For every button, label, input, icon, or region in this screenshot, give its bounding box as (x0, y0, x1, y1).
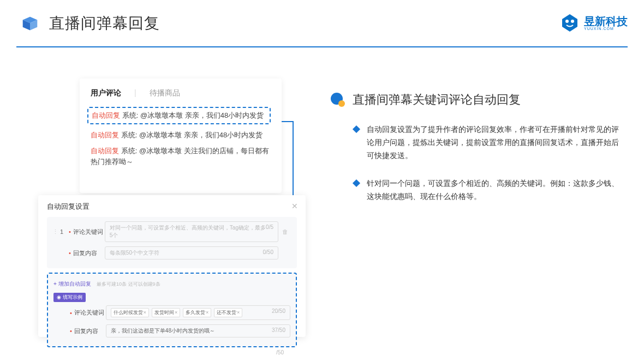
diamond-bullet-icon (353, 179, 360, 187)
system-prefix: 系统: (121, 147, 138, 155)
char-counter: 0/5 (266, 224, 273, 239)
outer-counter: /50 (47, 347, 297, 355)
required-dot: • (69, 228, 71, 235)
tag-chip[interactable]: 还不发货× (214, 308, 242, 317)
char-counter: 37/50 (272, 327, 285, 335)
example-block: + 增加自动回复 最多可建10条 还可以创建9条 ◉ 填写示例 • 评论关键词 … (47, 273, 297, 347)
chat-bubble-icon (330, 92, 346, 108)
required-dot: • (70, 328, 72, 334)
required-dot: • (70, 310, 72, 316)
content-label: 回复内容 (73, 249, 105, 257)
tag-chip[interactable]: 发货时间× (152, 308, 180, 317)
tab-user-comments[interactable]: 用户评论 (91, 88, 121, 98)
bullet-item: 自动回复设置为了提升作者的评论回复效率，作者可在开播前针对常见的评论用户问题，提… (330, 123, 619, 162)
diamond-bullet-icon (353, 125, 360, 133)
required-dot: • (69, 250, 71, 256)
header-divider (16, 46, 628, 47)
brand-subtitle: YUUXIN.COM (584, 27, 628, 31)
input-placeholder: 每条限50个中文字符 (110, 249, 159, 257)
content-input[interactable]: 每条限50个中文字符 0/50 (105, 246, 278, 260)
keyword-label: 评论关键词 (73, 228, 105, 236)
char-counter: 0/50 (263, 249, 273, 257)
tab-pending-products[interactable]: 待播商品 (150, 88, 180, 98)
content-row: • 回复内容 每条限50个中文字符 0/50 (52, 246, 291, 260)
example-badge: ◉ 填写示例 (53, 293, 86, 302)
tag-list: 什么时候发货× 发货时间× 多久发货× 还不发货× (111, 308, 243, 317)
bullet-text: 针对同一个问题，可设置多个相近的、高频的关键词。例如：这款多少钱、这块能优惠吗、… (367, 177, 619, 203)
comments-card: 用户评论 | 待播商品 自动回复 系统: @冰墩墩本墩 亲亲，我们48小时内发货… (80, 79, 282, 193)
char-counter: 20/50 (272, 308, 285, 317)
svg-point-0 (565, 20, 569, 23)
brand-logo: 昱新科技 YUUXIN.COM (560, 13, 628, 33)
example-keyword-row: • 评论关键词 什么时候发货× 发货时间× 多久发货× 还不发货× 20/50 (53, 305, 290, 320)
auto-reply-tag: 自动回复 (91, 131, 119, 139)
tag-chip[interactable]: 多久发货× (183, 308, 211, 317)
highlighted-comment: 自动回复 系统: @冰墩墩本墩 亲亲，我们48小时内发货 (87, 107, 271, 124)
comment-row: 自动回复 系统: @冰墩墩本墩 亲亲，我们48小时内发货 (91, 130, 271, 141)
drag-handle-icon[interactable]: ⋮⋮ (52, 228, 60, 236)
input-placeholder: 对同一个问题，可设置多个相近、高频的关键词，Tag确定，最多5个 (110, 224, 266, 239)
bullet-text: 自动回复设置为了提升作者的评论回复效率，作者可在开播前针对常见的评论用户问题，提… (367, 123, 619, 162)
keyword-label: 评论关键词 (74, 309, 106, 317)
form-block: ⋮⋮ 1 • 评论关键词 对同一个问题，可设置多个相近、高频的关键词，Tag确定… (47, 217, 297, 268)
bullet-item: 针对同一个问题，可设置多个相近的、高频的关键词。例如：这款多少钱、这块能优惠吗、… (330, 177, 619, 203)
page-title: 直播间弹幕回复 (49, 13, 160, 34)
example-keyword-input[interactable]: 什么时候发货× 发货时间× 多久发货× 还不发货× 20/50 (106, 305, 290, 320)
comment-text: @冰墩墩本墩 亲亲，我们48小时内发货 (139, 131, 263, 139)
content-label: 回复内容 (74, 327, 106, 335)
section-header: 直播间弹幕关键词评论自动回复 (330, 92, 619, 108)
comment-row: 自动回复 系统: @冰墩墩本墩 关注我们的店铺，每日都有热门推荐呦～ (91, 146, 271, 167)
comment-row: 自动回复 系统: @冰墩墩本墩 亲亲，我们48小时内发货 (92, 110, 266, 121)
brand-name: 昱新科技 (584, 16, 628, 27)
system-prefix: 系统: (122, 111, 139, 119)
close-icon[interactable]: ✕ (291, 202, 298, 210)
connector-line (282, 121, 293, 122)
input-value: 亲，我们这边都是下单48小时内发货的哦～ (111, 327, 215, 335)
example-content-input[interactable]: 亲，我们这边都是下单48小时内发货的哦～ 37/50 (106, 324, 290, 337)
tab-divider: | (134, 88, 136, 98)
add-reply-link[interactable]: + 增加自动回复 (53, 280, 91, 288)
svg-point-3 (338, 100, 345, 107)
brand-icon (560, 13, 580, 33)
delete-icon[interactable]: 🗑 (278, 228, 291, 235)
auto-reply-tag: 自动回复 (92, 111, 120, 119)
system-prefix: 系统: (121, 131, 138, 139)
tag-chip[interactable]: 什么时候发货× (111, 308, 149, 317)
example-content-row: • 回复内容 亲，我们这边都是下单48小时内发货的哦～ 37/50 (53, 324, 290, 337)
add-hint: 最多可建10条 还可以创建9条 (97, 281, 160, 287)
auto-reply-tag: 自动回复 (91, 147, 119, 155)
settings-title: 自动回复设置 (47, 202, 297, 217)
comment-text: @冰墩墩本墩 亲亲，我们48小时内发货 (140, 111, 264, 119)
svg-point-1 (571, 20, 574, 23)
cube-icon (20, 15, 40, 32)
section-title: 直播间弹幕关键词评论自动回复 (353, 92, 521, 108)
keyword-row: ⋮⋮ 1 • 评论关键词 对同一个问题，可设置多个相近、高频的关键词，Tag确定… (52, 221, 291, 242)
tabs: 用户评论 | 待播商品 (91, 88, 271, 98)
settings-card: 自动回复设置 ✕ ⋮⋮ 1 • 评论关键词 对同一个问题，可设置多个相近、高频的… (38, 195, 306, 337)
row-number: 1 (60, 228, 69, 235)
keyword-input[interactable]: 对同一个问题，可设置多个相近、高频的关键词，Tag确定，最多5个 0/5 (105, 221, 278, 242)
